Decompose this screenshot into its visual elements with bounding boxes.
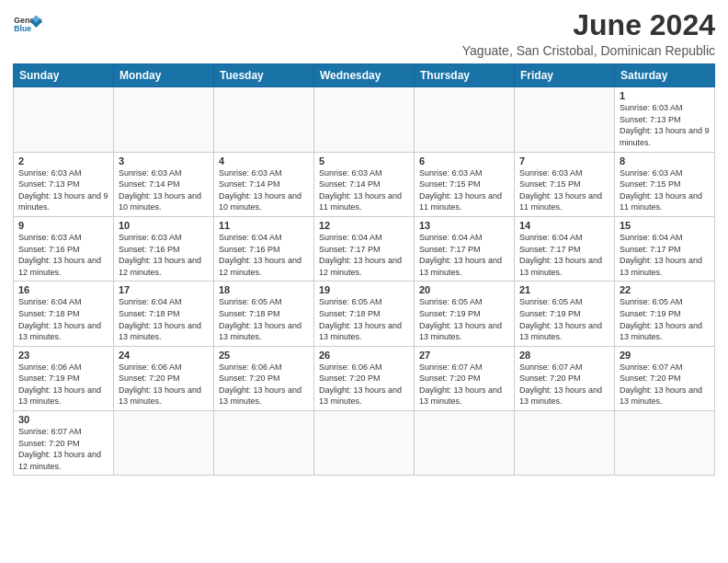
calendar-cell: 23Sunrise: 6:06 AM Sunset: 7:19 PM Dayli… [14, 346, 114, 410]
day-number: 12 [319, 220, 409, 231]
day-info: Sunrise: 6:07 AM Sunset: 7:20 PM Dayligh… [519, 362, 609, 408]
calendar-cell: 19Sunrise: 6:05 AM Sunset: 7:18 PM Dayli… [314, 282, 415, 346]
calendar-cell: 21Sunrise: 6:05 AM Sunset: 7:19 PM Dayli… [515, 282, 615, 346]
header-tuesday: Tuesday [214, 64, 314, 87]
calendar-cell: 2Sunrise: 6:03 AM Sunset: 7:13 PM Daylig… [14, 152, 114, 216]
day-number: 26 [319, 350, 409, 361]
calendar-cell: 3Sunrise: 6:03 AM Sunset: 7:14 PM Daylig… [114, 152, 214, 216]
days-header-row: Sunday Monday Tuesday Wednesday Thursday… [14, 64, 715, 87]
calendar-cell: 26Sunrise: 6:06 AM Sunset: 7:20 PM Dayli… [314, 346, 415, 410]
day-number: 30 [18, 414, 108, 425]
day-info: Sunrise: 6:04 AM Sunset: 7:17 PM Dayligh… [519, 232, 609, 278]
day-number: 13 [419, 220, 509, 231]
title-area: June 2024 Yaguate, San Cristobal, Domini… [462, 9, 715, 58]
day-info: Sunrise: 6:04 AM Sunset: 7:16 PM Dayligh… [219, 232, 309, 278]
day-number: 28 [519, 350, 609, 361]
day-number: 17 [119, 284, 209, 295]
day-number: 20 [419, 284, 509, 295]
week-row-5: 23Sunrise: 6:06 AM Sunset: 7:19 PM Dayli… [14, 346, 715, 410]
calendar-cell: 15Sunrise: 6:04 AM Sunset: 7:17 PM Dayli… [615, 216, 715, 281]
day-number: 4 [219, 155, 309, 167]
day-info: Sunrise: 6:07 AM Sunset: 7:20 PM Dayligh… [18, 426, 108, 472]
day-info: Sunrise: 6:04 AM Sunset: 7:18 PM Dayligh… [18, 296, 108, 342]
calendar-cell: 22Sunrise: 6:05 AM Sunset: 7:19 PM Dayli… [615, 282, 715, 346]
day-number: 18 [219, 284, 309, 295]
day-number: 19 [319, 284, 409, 295]
day-info: Sunrise: 6:06 AM Sunset: 7:20 PM Dayligh… [119, 362, 209, 408]
calendar-cell: 13Sunrise: 6:04 AM Sunset: 7:17 PM Dayli… [415, 216, 515, 281]
day-info: Sunrise: 6:06 AM Sunset: 7:19 PM Dayligh… [18, 362, 108, 408]
calendar-cell: 5Sunrise: 6:03 AM Sunset: 7:14 PM Daylig… [314, 152, 415, 216]
day-number: 14 [519, 220, 609, 231]
calendar-cell: 9Sunrise: 6:03 AM Sunset: 7:16 PM Daylig… [14, 216, 114, 281]
calendar-cell: 16Sunrise: 6:04 AM Sunset: 7:18 PM Dayli… [14, 282, 114, 346]
day-info: Sunrise: 6:07 AM Sunset: 7:20 PM Dayligh… [620, 362, 710, 408]
calendar-cell [415, 411, 515, 476]
header-monday: Monday [114, 64, 214, 87]
header: General Blue June 2024 Yaguate, San Cris… [13, 9, 715, 58]
calendar-cell: 7Sunrise: 6:03 AM Sunset: 7:15 PM Daylig… [515, 152, 615, 216]
week-row-2: 2Sunrise: 6:03 AM Sunset: 7:13 PM Daylig… [14, 152, 715, 216]
calendar-cell [14, 87, 114, 152]
calendar-cell: 4Sunrise: 6:03 AM Sunset: 7:14 PM Daylig… [214, 152, 314, 216]
day-info: Sunrise: 6:05 AM Sunset: 7:19 PM Dayligh… [620, 296, 710, 342]
week-row-4: 16Sunrise: 6:04 AM Sunset: 7:18 PM Dayli… [14, 282, 715, 346]
day-number: 15 [620, 220, 710, 231]
calendar-cell: 24Sunrise: 6:06 AM Sunset: 7:20 PM Dayli… [114, 346, 214, 410]
calendar-cell: 28Sunrise: 6:07 AM Sunset: 7:20 PM Dayli… [515, 346, 615, 410]
calendar-cell: 1Sunrise: 6:03 AM Sunset: 7:13 PM Daylig… [615, 87, 715, 152]
calendar-cell: 8Sunrise: 6:03 AM Sunset: 7:15 PM Daylig… [615, 152, 715, 216]
calendar-cell: 25Sunrise: 6:06 AM Sunset: 7:20 PM Dayli… [214, 346, 314, 410]
week-row-6: 30Sunrise: 6:07 AM Sunset: 7:20 PM Dayli… [14, 411, 715, 476]
calendar-cell [314, 411, 415, 476]
day-info: Sunrise: 6:03 AM Sunset: 7:13 PM Dayligh… [18, 167, 108, 213]
day-number: 2 [18, 155, 108, 167]
header-thursday: Thursday [415, 64, 515, 87]
day-number: 23 [18, 350, 108, 361]
day-info: Sunrise: 6:05 AM Sunset: 7:18 PM Dayligh… [319, 296, 409, 342]
day-info: Sunrise: 6:03 AM Sunset: 7:13 PM Dayligh… [620, 102, 710, 148]
day-info: Sunrise: 6:03 AM Sunset: 7:15 PM Dayligh… [419, 167, 509, 213]
svg-text:Blue: Blue [14, 24, 31, 33]
day-info: Sunrise: 6:03 AM Sunset: 7:16 PM Dayligh… [119, 232, 209, 278]
day-number: 25 [219, 350, 309, 361]
day-info: Sunrise: 6:05 AM Sunset: 7:19 PM Dayligh… [519, 296, 609, 342]
calendar-cell [515, 411, 615, 476]
calendar-cell: 14Sunrise: 6:04 AM Sunset: 7:17 PM Dayli… [515, 216, 615, 281]
week-row-3: 9Sunrise: 6:03 AM Sunset: 7:16 PM Daylig… [14, 216, 715, 281]
day-number: 11 [219, 220, 309, 231]
generalblue-logo-icon: General Blue [13, 9, 42, 39]
day-number: 29 [620, 350, 710, 361]
day-info: Sunrise: 6:03 AM Sunset: 7:14 PM Dayligh… [319, 167, 409, 213]
day-number: 5 [319, 155, 409, 167]
day-number: 21 [519, 284, 609, 295]
calendar-cell: 17Sunrise: 6:04 AM Sunset: 7:18 PM Dayli… [114, 282, 214, 346]
day-info: Sunrise: 6:07 AM Sunset: 7:20 PM Dayligh… [419, 362, 509, 408]
calendar-cell [314, 87, 415, 152]
header-saturday: Saturday [615, 64, 715, 87]
day-info: Sunrise: 6:04 AM Sunset: 7:18 PM Dayligh… [119, 296, 209, 342]
day-number: 16 [18, 284, 108, 295]
day-number: 10 [119, 220, 209, 231]
day-info: Sunrise: 6:03 AM Sunset: 7:15 PM Dayligh… [620, 167, 710, 213]
day-number: 1 [620, 90, 710, 101]
day-info: Sunrise: 6:03 AM Sunset: 7:14 PM Dayligh… [219, 167, 309, 213]
day-info: Sunrise: 6:03 AM Sunset: 7:16 PM Dayligh… [18, 232, 108, 278]
calendar-cell: 11Sunrise: 6:04 AM Sunset: 7:16 PM Dayli… [214, 216, 314, 281]
calendar-cell [214, 411, 314, 476]
day-info: Sunrise: 6:06 AM Sunset: 7:20 PM Dayligh… [219, 362, 309, 408]
day-info: Sunrise: 6:06 AM Sunset: 7:20 PM Dayligh… [319, 362, 409, 408]
calendar-cell: 12Sunrise: 6:04 AM Sunset: 7:17 PM Dayli… [314, 216, 415, 281]
day-info: Sunrise: 6:03 AM Sunset: 7:15 PM Dayligh… [519, 167, 609, 213]
calendar-cell: 18Sunrise: 6:05 AM Sunset: 7:18 PM Dayli… [214, 282, 314, 346]
calendar-cell: 29Sunrise: 6:07 AM Sunset: 7:20 PM Dayli… [615, 346, 715, 410]
day-info: Sunrise: 6:03 AM Sunset: 7:14 PM Dayligh… [119, 167, 209, 213]
week-row-1: 1Sunrise: 6:03 AM Sunset: 7:13 PM Daylig… [14, 87, 715, 152]
day-number: 7 [519, 155, 609, 167]
month-title: June 2024 [462, 9, 715, 41]
day-info: Sunrise: 6:04 AM Sunset: 7:17 PM Dayligh… [319, 232, 409, 278]
location-subtitle: Yaguate, San Cristobal, Dominican Republ… [462, 43, 715, 58]
calendar-cell: 20Sunrise: 6:05 AM Sunset: 7:19 PM Dayli… [415, 282, 515, 346]
day-number: 22 [620, 284, 710, 295]
day-number: 27 [419, 350, 509, 361]
